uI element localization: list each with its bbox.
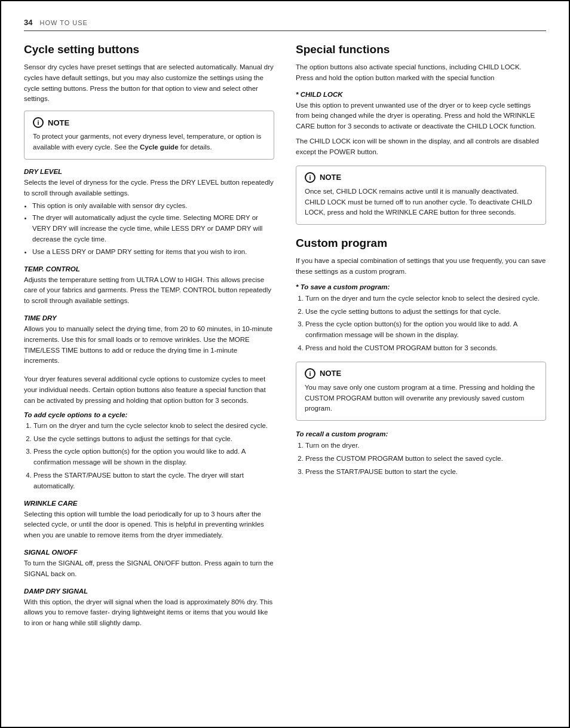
custom-program-note-box: i NOTE You may save only one custom prog… xyxy=(296,362,546,421)
list-item: Press the START/PAUSE button to start th… xyxy=(305,467,546,478)
damp-dry-signal-body: With this option, the dryer will signal … xyxy=(24,597,274,629)
damp-dry-signal-section: DAMP DRY SIGNAL With this option, the dr… xyxy=(24,588,274,629)
save-custom-section: * To save a custom program: Turn on the … xyxy=(296,283,546,354)
right-column: Special functions The option buttons als… xyxy=(296,43,546,637)
dry-level-text: Selects the level of dryness for the cyc… xyxy=(24,178,274,199)
special-functions-note-label: NOTE xyxy=(320,173,341,182)
list-item: Use a LESS DRY or DAMP DRY setting for i… xyxy=(32,247,274,258)
damp-dry-signal-title: DAMP DRY SIGNAL xyxy=(24,588,274,595)
list-item: Press the cycle option button(s) for the… xyxy=(33,446,274,468)
list-item: Press the CUSTOM PROGRAM button to selec… xyxy=(305,454,546,464)
wrinkle-care-title: WRINKLE CARE xyxy=(24,500,274,507)
add-cycle-section: To add cycle options to a cycle: Turn on… xyxy=(24,411,274,492)
page: 34 HOW TO USE Cycle setting buttons Sens… xyxy=(0,0,570,728)
cycle-note-title: i NOTE xyxy=(33,117,265,128)
custom-program-note-title: i NOTE xyxy=(305,368,537,379)
add-cycle-body: Turn on the dryer and turn the cycle sel… xyxy=(24,421,274,492)
special-functions-note-title: i NOTE xyxy=(305,172,537,183)
signal-onoff-section: SIGNAL ON/OFF To turn the SIGNAL off, pr… xyxy=(24,549,274,580)
add-cycle-intro: Your dryer features several additional c… xyxy=(24,374,274,406)
special-functions-intro: The option buttons also activate special… xyxy=(296,62,546,84)
list-item: Press and hold the CUSTOM PROGRAM button… xyxy=(305,343,546,354)
save-custom-list: Turn on the dryer and turn the cycle sel… xyxy=(305,293,546,354)
temp-control-title: TEMP. CONTROL xyxy=(24,265,274,273)
temp-control-section: TEMP. CONTROL Adjusts the temperature se… xyxy=(24,265,274,307)
recall-custom-list: Turn on the dryer. Press the CUSTOM PROG… xyxy=(305,441,546,477)
cycle-note-text: To protect your garments, not every dryn… xyxy=(33,131,265,153)
special-functions-note-box: i NOTE Once set, CHILD LOCK remains acti… xyxy=(296,166,546,225)
note-icon: i xyxy=(33,117,44,128)
note-icon: i xyxy=(305,172,315,183)
temp-control-text: Adjusts the temperature setting from ULT… xyxy=(24,275,274,307)
cycle-note-box: i NOTE To protect your garments, not eve… xyxy=(24,111,274,160)
save-custom-body: Turn on the dryer and turn the cycle sel… xyxy=(296,293,546,354)
add-cycle-title: To add cycle options to a cycle: xyxy=(24,411,274,418)
custom-program-intro: If you have a special combination of set… xyxy=(296,256,546,277)
damp-dry-signal-text: With this option, the dryer will signal … xyxy=(24,597,274,629)
cycle-setting-intro: Sensor dry cycles have preset settings t… xyxy=(24,62,274,105)
dry-level-title: DRY LEVEL xyxy=(24,168,274,175)
wrinkle-care-section: WRINKLE CARE Selecting this option will … xyxy=(24,500,274,541)
child-lock-title: * CHILD LOCK xyxy=(296,91,546,98)
custom-program-title: Custom program xyxy=(296,237,546,250)
list-item: Turn on the dryer. xyxy=(305,441,546,451)
left-column: Cycle setting buttons Sensor dry cycles … xyxy=(24,43,274,637)
child-lock-body: Use this option to prevent unwanted use … xyxy=(296,100,546,158)
time-dry-text: Allows you to manually select the drying… xyxy=(24,324,274,366)
add-cycle-list: Turn on the dryer and turn the cycle sel… xyxy=(33,421,274,492)
list-item: Press the START/PAUSE button to start th… xyxy=(33,470,274,492)
signal-onoff-body: To turn the SIGNAL off, press the SIGNAL… xyxy=(24,558,274,580)
time-dry-body: Allows you to manually select the drying… xyxy=(24,324,274,366)
save-custom-title: * To save a custom program: xyxy=(296,283,546,290)
list-item: Use the cycle settings buttons to adjust… xyxy=(33,434,274,445)
note-icon: i xyxy=(305,368,315,379)
temp-control-body: Adjusts the temperature setting from ULT… xyxy=(24,275,274,307)
list-item: The dryer will automatically adjust the … xyxy=(32,213,274,244)
dry-level-section: DRY LEVEL Selects the level of dryness f… xyxy=(24,168,274,258)
dry-level-body: Selects the level of dryness for the cyc… xyxy=(24,178,274,258)
page-header: 34 HOW TO USE xyxy=(24,18,546,31)
child-lock-text2: The CHILD LOCK icon will be shown in the… xyxy=(296,136,546,158)
special-functions-note-text: Once set, CHILD LOCK remains active unti… xyxy=(305,186,537,218)
page-number: 34 xyxy=(24,18,32,27)
list-item: Turn on the dryer and turn the cycle sel… xyxy=(33,421,274,432)
dry-level-list: This option is only available with senso… xyxy=(32,201,274,258)
custom-program-note-text: You may save only one custom program at … xyxy=(305,383,537,414)
recall-custom-title: To recall a custom program: xyxy=(296,430,546,438)
page-title-header: HOW TO USE xyxy=(39,19,88,26)
child-lock-section: * CHILD LOCK Use this option to prevent … xyxy=(296,91,546,158)
time-dry-section: TIME DRY Allows you to manually select t… xyxy=(24,314,274,366)
left-border xyxy=(0,0,1,728)
cycle-setting-title: Cycle setting buttons xyxy=(24,43,274,56)
recall-custom-section: To recall a custom program: Turn on the … xyxy=(296,430,546,477)
two-column-layout: Cycle setting buttons Sensor dry cycles … xyxy=(24,43,546,637)
list-item: Use the cycle setting buttons to adjust … xyxy=(305,307,546,317)
wrinkle-care-text: Selecting this option will tumble the lo… xyxy=(24,509,274,541)
cycle-note-label: NOTE xyxy=(48,118,69,127)
list-item: Press the cycle option button(s) for the… xyxy=(305,319,546,341)
custom-program-note-label: NOTE xyxy=(320,369,341,378)
recall-custom-body: Turn on the dryer. Press the CUSTOM PROG… xyxy=(296,441,546,477)
time-dry-title: TIME DRY xyxy=(24,314,274,322)
wrinkle-care-body: Selecting this option will tumble the lo… xyxy=(24,509,274,541)
special-functions-title: Special functions xyxy=(296,43,546,56)
list-item: This option is only available with senso… xyxy=(32,201,274,212)
list-item: Turn on the dryer and turn the cycle sel… xyxy=(305,293,546,304)
child-lock-text1: Use this option to prevent unwanted use … xyxy=(296,100,546,132)
signal-onoff-text: To turn the SIGNAL off, press the SIGNAL… xyxy=(24,558,274,580)
signal-onoff-title: SIGNAL ON/OFF xyxy=(24,549,274,556)
